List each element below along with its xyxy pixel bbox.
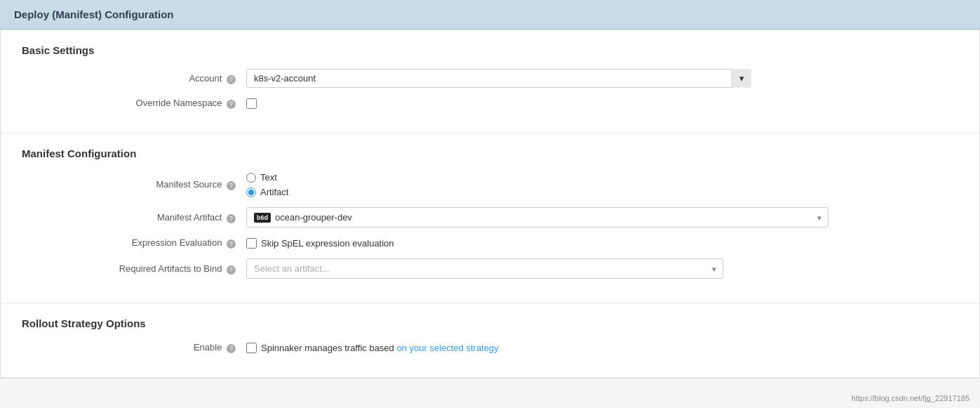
manifest-source-text-label: Text bbox=[260, 172, 277, 183]
basic-settings-title: Basic Settings bbox=[22, 44, 958, 56]
skip-spel-checkbox[interactable] bbox=[246, 238, 257, 249]
account-control: k8s-v2-account ▾ bbox=[246, 69, 958, 88]
panel-title: Deploy (Manifest) Configuration bbox=[14, 8, 966, 20]
required-artifacts-select-wrapper[interactable]: Select an artifact... ▼ bbox=[246, 258, 723, 279]
manifest-artifact-control: b6d ocean-grouper-dev ▼ bbox=[246, 207, 958, 228]
expression-evaluation-label: Expression Evaluation ? bbox=[22, 237, 246, 249]
enable-description: Spinnaker manages traffic based on your … bbox=[261, 343, 499, 353]
manifest-config-title: Manifest Configuration bbox=[22, 147, 958, 159]
manifest-artifact-row: Manifest Artifact ? b6d ocean-grouper-de… bbox=[22, 207, 958, 228]
rollout-strategy-title: Rollout Strategy Options bbox=[22, 317, 958, 329]
manifest-source-help-icon[interactable]: ? bbox=[227, 181, 236, 190]
enable-control: Spinnaker manages traffic based on your … bbox=[246, 343, 958, 353]
manifest-source-radio-group: Text Artifact bbox=[246, 172, 288, 197]
enable-help-icon[interactable]: ? bbox=[227, 344, 236, 353]
enable-label: Enable ? bbox=[22, 342, 246, 353]
rollout-strategy-section: Rollout Strategy Options Enable ? Spinna… bbox=[1, 303, 979, 378]
enable-row: Enable ? Spinnaker manages traffic based… bbox=[22, 342, 958, 353]
required-artifacts-placeholder: Select an artifact... bbox=[254, 263, 330, 274]
skip-spel-label: Skip SpEL expression evaluation bbox=[261, 238, 394, 249]
manifest-artifact-help-icon[interactable]: ? bbox=[227, 214, 236, 223]
override-namespace-help-icon[interactable]: ? bbox=[227, 100, 236, 109]
account-row: Account ? k8s-v2-account ▾ bbox=[22, 69, 958, 88]
manifest-source-artifact-option[interactable]: Artifact bbox=[246, 187, 288, 197]
expression-evaluation-help-icon[interactable]: ? bbox=[227, 239, 236, 249]
manifest-artifact-label: Manifest Artifact ? bbox=[22, 212, 246, 223]
manifest-artifact-display[interactable]: b6d ocean-grouper-dev bbox=[246, 207, 828, 228]
account-select-wrapper: k8s-v2-account ▾ bbox=[246, 69, 751, 88]
account-help-icon[interactable]: ? bbox=[227, 75, 236, 84]
basic-settings-section: Basic Settings Account ? k8s-v2-account … bbox=[1, 30, 979, 133]
artifact-badge: b6d bbox=[254, 213, 271, 223]
expression-evaluation-row: Expression Evaluation ? Skip SpEL expres… bbox=[22, 237, 958, 249]
footer-url: https://blog.csdn.net/fjg_22917185 bbox=[852, 394, 969, 402]
required-artifacts-row: Required Artifacts to Bind ? Select an a… bbox=[22, 258, 958, 279]
account-select[interactable]: k8s-v2-account bbox=[246, 69, 751, 88]
required-artifacts-help-icon[interactable]: ? bbox=[227, 265, 236, 275]
manifest-source-artifact-radio[interactable] bbox=[246, 187, 256, 197]
manifest-source-label: Manifest Source ? bbox=[22, 179, 246, 190]
manifest-artifact-select-wrapper[interactable]: b6d ocean-grouper-dev ▼ bbox=[246, 207, 828, 228]
required-artifacts-label: Required Artifacts to Bind ? bbox=[22, 263, 246, 275]
manifest-source-artifact-label: Artifact bbox=[260, 187, 288, 197]
override-namespace-checkbox[interactable] bbox=[246, 98, 257, 109]
manifest-artifact-value: ocean-grouper-dev bbox=[275, 212, 352, 223]
manifest-source-text-radio[interactable] bbox=[246, 173, 256, 183]
account-label: Account ? bbox=[22, 73, 246, 84]
required-artifacts-display[interactable]: Select an artifact... bbox=[246, 258, 723, 279]
manifest-source-row: Manifest Source ? Text Artifact bbox=[22, 172, 958, 197]
override-namespace-label: Override Namespace ? bbox=[22, 98, 246, 109]
page-wrapper: Deploy (Manifest) Configuration Basic Se… bbox=[0, 0, 980, 408]
manifest-config-section: Manifest Configuration Manifest Source ?… bbox=[1, 133, 979, 303]
expression-evaluation-control: Skip SpEL expression evaluation bbox=[246, 238, 958, 249]
enable-checkbox[interactable] bbox=[246, 343, 257, 353]
override-namespace-control bbox=[246, 98, 958, 109]
override-namespace-row: Override Namespace ? bbox=[22, 98, 958, 109]
panel-header: Deploy (Manifest) Configuration bbox=[0, 0, 980, 29]
required-artifacts-control: Select an artifact... ▼ bbox=[246, 258, 958, 279]
manifest-source-control: Text Artifact bbox=[246, 172, 958, 197]
selected-strategy-link[interactable]: on your selected strategy bbox=[396, 343, 498, 353]
panel-body: Basic Settings Account ? k8s-v2-account … bbox=[0, 29, 980, 379]
manifest-source-text-option[interactable]: Text bbox=[246, 172, 288, 183]
